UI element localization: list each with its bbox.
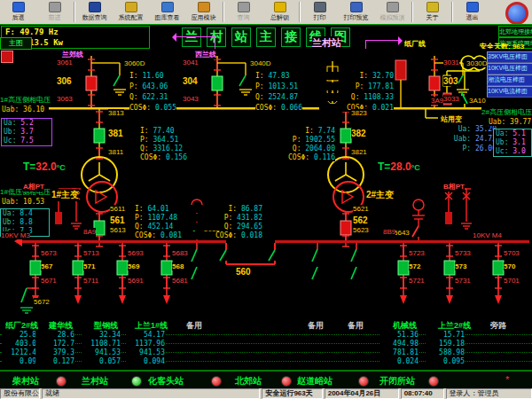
feeder-value-i: 15.71 xyxy=(426,331,465,339)
print-preview-icon xyxy=(350,2,363,12)
disconnector-label: 3823 xyxy=(351,109,367,117)
bus-label-left: 10KV M3 xyxy=(1,231,30,239)
bus-switch-label: 5643 xyxy=(394,229,410,237)
toolbar-button-11[interactable]: 模拟预演 xyxy=(374,0,411,24)
breaker-304[interactable] xyxy=(212,76,223,90)
bar-chart-button-1[interactable]: 35KV电压棒图 xyxy=(487,51,532,63)
disconnector-label: 3063 xyxy=(57,95,73,103)
toolbar-button-13[interactable]: 退出 xyxy=(454,0,490,24)
toolbar-button-7[interactable]: 查询 xyxy=(225,0,262,24)
toolbar-button-1[interactable]: 后退 xyxy=(0,0,36,24)
bar-chart-button-3[interactable]: 潮流电压棒图 xyxy=(487,74,532,86)
main-map-button[interactable]: 主图 xyxy=(0,37,32,50)
safe-days-field: 安全运行963天 xyxy=(262,388,322,399)
breaker-382[interactable] xyxy=(340,129,351,143)
breaker-label: 572 xyxy=(409,262,420,270)
bottom-feeder-name[interactable]: 备用 xyxy=(348,320,364,332)
bus-tie-label: 560 xyxy=(236,267,251,277)
feeder-value-p: 159.18 xyxy=(426,340,465,348)
station-transformer-row: Uab: 24.73 xyxy=(424,135,497,143)
title-char: 接 xyxy=(281,27,301,47)
bottom-feeder-name[interactable]: 备用 xyxy=(186,320,202,332)
station-title: 兰村站 xyxy=(312,36,341,50)
feeder-measurements: I: 47.83 xyxy=(255,72,290,80)
bar-chart-button-4[interactable]: 10KV电流棒图 xyxy=(487,86,532,98)
breaker-306[interactable] xyxy=(86,76,97,90)
breaker-562[interactable] xyxy=(340,221,351,235)
feeder-value-i: 54.17 xyxy=(126,331,165,339)
phase-voltage-row: Uc: 3.0 xyxy=(494,147,531,156)
globe-icon[interactable] xyxy=(505,2,528,25)
breaker-571[interactable] xyxy=(73,261,83,275)
disconnector-label: 5723 xyxy=(409,249,425,257)
bar-chart-button-2[interactable]: 10KV电压棒图 xyxy=(487,63,532,74)
breaker-570[interactable] xyxy=(493,261,504,275)
scada-screen: 后退前进数据查询系统配置图库查看应用模块查询总解锁打印打印预览模拟预演关于退出 … xyxy=(0,0,532,399)
flow-line xyxy=(215,36,215,50)
breaker-573[interactable] xyxy=(444,261,455,275)
system-config-icon xyxy=(125,2,137,12)
toolbar-separator xyxy=(299,2,301,22)
feeder-value-cos: 0.095 xyxy=(426,357,465,365)
toolbar-button-label: 退出 xyxy=(466,13,479,22)
feeder-measurements: COSΦ: 0.066 xyxy=(255,104,302,112)
feeder-value-q: 379.3 xyxy=(35,348,74,356)
disconnector-label: 5681 xyxy=(172,277,188,285)
toolbar-button-label: 总解锁 xyxy=(270,13,289,22)
station-link-4[interactable]: 北郊站 xyxy=(235,375,262,387)
disconnector-label: 3031 xyxy=(443,59,459,66)
simulate-icon xyxy=(387,2,399,12)
breaker-569[interactable] xyxy=(117,261,128,275)
feeder-value-cos: 0.057 xyxy=(82,357,121,365)
bottom-feeder-name[interactable]: 备用 xyxy=(308,320,324,332)
breaker-381[interactable] xyxy=(94,129,105,143)
toolbar-button-4[interactable]: 系统配置 xyxy=(113,0,149,24)
disconnector-label: 3813 xyxy=(108,109,124,117)
breaker-label: 306 xyxy=(57,76,72,86)
disconnector-label: 5611 xyxy=(110,205,125,213)
transformer-lv-measurements: I: 86.87 xyxy=(188,205,262,213)
switch-label: 3A10 xyxy=(469,97,486,105)
toolbar-button-10[interactable]: 打印预览 xyxy=(338,0,374,24)
transformer-lv-measurements: I: 64.01 xyxy=(135,205,169,213)
disconnector-label: 3821 xyxy=(351,148,367,156)
toolbar-separator xyxy=(451,2,453,22)
feeder-value-cos: 0.127 xyxy=(35,357,74,365)
station-led-red xyxy=(211,376,222,387)
breaker-572[interactable] xyxy=(398,261,409,275)
station-link-2[interactable]: 兰村站 xyxy=(82,375,108,387)
bottom-feeder-name[interactable]: 旁路 xyxy=(490,320,506,332)
breaker-568[interactable] xyxy=(161,261,172,275)
breaker-label: 382 xyxy=(351,129,366,138)
toolbar-button-6[interactable]: 应用模块 xyxy=(185,0,222,24)
alarm-indicator[interactable] xyxy=(1,51,13,63)
breaker-303[interactable] xyxy=(429,76,440,90)
station-link-5[interactable]: 赵道峪站 xyxy=(297,375,332,387)
flow-line xyxy=(365,40,399,41)
forward-icon xyxy=(49,2,61,12)
station-link-6[interactable]: 开闭所站 xyxy=(379,375,415,387)
flow-arrow-left-icon xyxy=(172,33,176,42)
pt-label: A相PT xyxy=(23,182,44,192)
toolbar-button-8[interactable]: 总解锁 xyxy=(262,0,298,24)
toolbar-button-3[interactable]: 数据查询 xyxy=(76,0,113,24)
transformer-lv-measurements: COSΦ: 0.081 xyxy=(135,231,182,239)
disconnector-label: 5701 xyxy=(504,277,520,285)
toolbar-button-9[interactable]: 打印 xyxy=(301,0,338,24)
query-icon xyxy=(238,2,250,12)
toolbar-button-5[interactable]: 图库查看 xyxy=(149,0,185,24)
station-transformer-row: Ua: 35.20 xyxy=(424,125,497,133)
phase-voltage-row: Uc: 7.5 xyxy=(2,137,51,145)
station-link-1[interactable]: 柴村站 xyxy=(12,375,39,387)
geo-map-button[interactable]: 北郊地理接线图 xyxy=(498,26,532,37)
breaker-label: 567 xyxy=(41,262,52,270)
breaker-567[interactable] xyxy=(30,261,41,275)
toolbar-button-2[interactable]: 前进 xyxy=(36,0,73,24)
toolbar-button-label: 图库查看 xyxy=(155,13,180,22)
station-link-3[interactable]: 化客头站 xyxy=(148,375,184,387)
feeder-value-i: 28.6 xyxy=(35,331,74,339)
toolbar-button-12[interactable]: 关于 xyxy=(414,0,450,24)
station-nav-bar: * 柴村站兰村站化客头站北郊站赵道峪站开闭所站 xyxy=(0,370,532,390)
phase-voltage-row: Ub: 3.7 xyxy=(2,128,51,137)
header-band: F: 49.79 Hz P: 1013.5 Kw 兰村站主接线图 北郊地理接线图… xyxy=(0,24,532,51)
